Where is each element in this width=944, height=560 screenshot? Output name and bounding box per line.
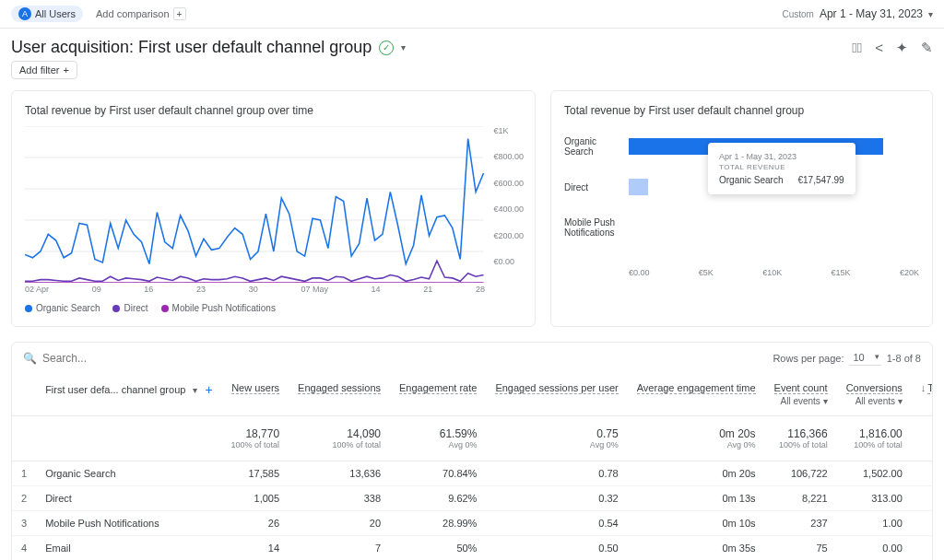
tooltip-date: Apr 1 - May 31, 2023 [719,152,844,161]
share-icon[interactable]: < [875,40,883,56]
rows-per-label: Rows per page: [773,353,844,364]
totals-row: 18,770100% of total 14,090100% of total … [12,416,933,461]
column-header[interactable]: ↓Total revenue [912,373,933,416]
data-table-card: 🔍 Rows per page: 10 1-8 of 8 First user … [11,342,933,560]
tooltip-label: Organic Search [719,175,783,185]
verified-icon: ✓ [379,41,394,55]
tooltip-value: €17,547.99 [797,175,844,185]
chevron-down-icon: ▾ [928,9,933,19]
bar-label: Mobile Push Notifications [564,217,624,238]
date-range-value: Apr 1 - May 31, 2023 [820,7,923,20]
plus-icon: + [173,7,186,20]
metric-sub-select[interactable]: All events ▾ [774,396,828,406]
date-custom-label: Custom [782,9,813,19]
add-dimension-button[interactable]: + [205,382,212,397]
data-table: First user defa... channel group▾ + New … [12,373,933,560]
table-row[interactable]: 2Direct1,0053389.62%0.320m 13s8,221313.0… [12,486,933,511]
column-header[interactable]: Engaged sessions per user [486,373,627,416]
bar-chart-title: Total revenue by First user default chan… [564,104,919,117]
column-header[interactable]: Event countAll events ▾ [765,373,837,416]
customize-icon[interactable]: ✎⃞ [852,40,862,56]
date-range-picker[interactable]: Custom Apr 1 - May 31, 2023 ▾ [782,7,933,20]
dimension-selector[interactable]: First user defa... channel group▾ + [45,382,212,397]
metric-sub-select[interactable]: All events ▾ [846,396,903,406]
edit-icon[interactable]: ✎ [921,40,933,56]
bar-row[interactable]: Mobile Push Notifications [629,207,919,248]
add-comparison-button[interactable]: Add comparison + [90,6,192,22]
line-chart-card: Total revenue by First user default chan… [11,90,536,327]
legend-item[interactable]: Organic Search [25,303,100,313]
audience-badge: A [18,7,31,20]
plus-icon: + [63,64,68,76]
legend-item[interactable]: Direct [112,303,148,313]
table-row[interactable]: 1Organic Search17,58513,63670.84%0.780m … [12,461,933,486]
column-header[interactable]: New users [222,373,289,416]
search-input[interactable] [42,352,171,365]
audience-label: All Users [35,8,76,19]
bar-label: Organic Search [564,136,624,157]
column-header[interactable]: ConversionsAll events ▾ [837,373,912,416]
line-chart[interactable]: €1K€800.00€600.00€400.00€200.00€0.00 [25,126,522,283]
bar-label: Direct [564,182,624,192]
audience-chip[interactable]: A All Users [11,6,83,22]
title-dropdown-icon[interactable]: ▾ [401,42,406,52]
column-header[interactable]: Engagement rate [390,373,486,416]
line-chart-title: Total revenue by First user default chan… [25,104,522,117]
tooltip-metric: TOTAL REVENUE [719,163,844,171]
chart-tooltip: Apr 1 - May 31, 2023 TOTAL REVENUE Organ… [708,143,856,194]
add-filter-button[interactable]: Add filter + [11,61,77,79]
legend-item[interactable]: Mobile Push Notifications [161,303,276,313]
add-filter-label: Add filter [19,64,59,76]
column-header[interactable]: Engaged sessions [289,373,390,416]
table-row[interactable]: 3Mobile Push Notifications262028.99%0.54… [12,511,933,536]
bar-chart-card: Total revenue by First user default chan… [550,90,933,327]
rows-per-select[interactable]: 10 [849,350,880,366]
insights-icon[interactable]: ✦ [896,40,908,56]
add-comparison-label: Add comparison [96,8,170,19]
page-title: User acquisition: First user default cha… [11,38,372,57]
rows-range-label: 1-8 of 8 [887,353,921,364]
table-row[interactable]: 4Email14750%0.500m 35s750.00€0.00 [12,536,933,561]
column-header[interactable]: Average engagement time [628,373,765,416]
search-icon: 🔍 [23,352,37,365]
